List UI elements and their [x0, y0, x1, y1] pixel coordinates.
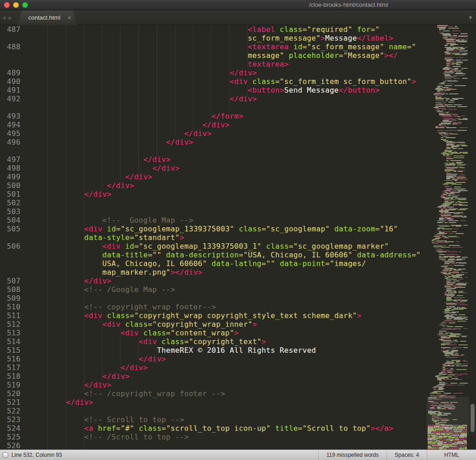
code-token: id — [125, 242, 134, 251]
code-token: </div> — [152, 164, 180, 172]
vertical-scrollbar-thumb[interactable] — [471, 404, 475, 432]
code-line[interactable]: 520<!-- /copyright_wrap footer --> — [0, 389, 476, 398]
code-line[interactable] — [0, 146, 476, 155]
indent-guides — [30, 251, 102, 259]
code-line[interactable]: 499</div> — [0, 172, 476, 181]
code-token: id — [293, 42, 303, 51]
code-token: ="sc_googlemap_1339375003" — [116, 225, 234, 233]
code-line[interactable]: 491<button>Send Message</button> — [0, 86, 476, 94]
code-line[interactable]: 526 — [0, 441, 476, 450]
code-line[interactable]: data-title="" data-description="USA, Chi… — [0, 251, 476, 259]
code-line[interactable]: 509 — [0, 294, 476, 303]
indentation-status[interactable]: Spaces: 4 — [387, 450, 427, 460]
code-line[interactable]: map_marker.png"></div> — [0, 268, 476, 277]
code-line[interactable]: 510<!-- copyright_wrap footer--> — [0, 303, 476, 311]
code-line[interactable]: sc_form_message">Message</label> — [0, 34, 476, 42]
code-token: <div — [84, 225, 107, 233]
code-token: ="USA, Chicago, IL 60606" — [239, 251, 352, 259]
code-token: href — [98, 424, 116, 433]
code-line[interactable]: 496</div> — [0, 138, 476, 146]
line-number: 513 — [0, 329, 21, 337]
code-token: <div — [230, 77, 252, 86]
code-line[interactable]: 502 — [0, 199, 476, 207]
code-token: for — [357, 25, 371, 34]
code-line[interactable]: data-style="standart"> — [0, 233, 476, 242]
back-icon[interactable]: ◀ — [2, 16, 5, 20]
code-token: > — [180, 233, 184, 242]
code-line[interactable]: 490<div class="sc_form_item sc_form_butt… — [0, 77, 476, 86]
code-line[interactable]: 517</div> — [0, 363, 476, 372]
minimap[interactable] — [427, 25, 469, 450]
code-token: Send Message — [284, 86, 339, 94]
code-token — [134, 424, 139, 433]
indent-guides — [30, 329, 120, 337]
code-line[interactable]: 501</div> — [0, 190, 476, 199]
code-token: </div> — [84, 381, 112, 389]
code-line[interactable]: 515ThemeREX © 2016 All Rights Reserved — [0, 346, 476, 355]
code-line[interactable]: 500</div> — [0, 181, 476, 190]
code-line[interactable]: 514<div class="copyright_text"> — [0, 337, 476, 346]
code-line[interactable]: 513<div class="content_wrap"> — [0, 329, 476, 337]
tab-contact-html[interactable]: contact.html × — [21, 10, 74, 25]
indent-guides — [30, 207, 84, 216]
editor[interactable]: 487<label class="required" for="sc_form_… — [0, 25, 476, 450]
code-line[interactable]: 516</div> — [0, 355, 476, 363]
indent-guides — [30, 285, 84, 294]
code-line[interactable]: 518</div> — [0, 372, 476, 381]
indent-guides — [30, 277, 84, 285]
code-line[interactable]: 503 — [0, 207, 476, 216]
code-token: </label> — [357, 34, 393, 42]
line-number: 512 — [0, 320, 21, 329]
line-number: 508 — [0, 285, 21, 294]
code-token: > — [412, 77, 416, 86]
code-line[interactable]: 488<textarea id="sc_form_message" name=" — [0, 42, 476, 51]
close-window-button[interactable] — [4, 2, 10, 8]
code-line[interactable] — [0, 103, 476, 112]
code-line[interactable]: 498</div> — [0, 164, 476, 172]
syntax-status[interactable]: HTML — [427, 450, 476, 460]
code-line[interactable]: 504<!-- Google Map --> — [0, 216, 476, 225]
code-line[interactable]: 525<!-- /Scroll to top --> — [0, 433, 476, 441]
code-line[interactable]: 505<div id="sc_googlemap_1339375003" cla… — [0, 225, 476, 233]
code-token: > — [262, 337, 266, 346]
code-token: </div> — [84, 277, 112, 285]
code-line[interactable]: 506<div id="sc_googlemap_1339375003_1" c… — [0, 242, 476, 251]
code-line[interactable]: 495</div> — [0, 129, 476, 138]
code-line[interactable]: 523<!-- Scroll to top --> — [0, 415, 476, 424]
line-number: 511 — [0, 311, 21, 320]
code-line[interactable]: 508<!-- /Google Map --> — [0, 285, 476, 294]
code-line[interactable]: 493</form> — [0, 112, 476, 120]
code-token: ="scroll_to_top icon-up" — [162, 424, 271, 433]
code-line[interactable]: 522 — [0, 407, 476, 415]
code-line[interactable]: 521</div> — [0, 398, 476, 407]
code-line[interactable]: message" placeholder="Message"></ — [0, 51, 476, 60]
code-line[interactable]: 511<div class="copyright_wrap copyright_… — [0, 311, 476, 320]
code-line[interactable]: USA, Chicago, IL 60606" data-latlng="" d… — [0, 259, 476, 268]
code-line[interactable]: 519</div> — [0, 381, 476, 389]
tab-close-icon[interactable]: × — [68, 10, 71, 25]
title-bar: /cloe-brooks-html/contact.html — [0, 0, 476, 10]
code-token: sc_form_message" — [248, 34, 320, 42]
code-token: data-latlng — [211, 259, 262, 268]
indent-guides — [30, 94, 230, 103]
line-number: 504 — [0, 216, 21, 225]
forward-icon[interactable]: ▶ — [9, 16, 12, 20]
tab-overflow-icon[interactable]: ▼ — [468, 10, 473, 25]
code-line[interactable]: 489</div> — [0, 68, 476, 77]
code-line[interactable]: 524<a href="#" class="scroll_to_top icon… — [0, 424, 476, 433]
code-area[interactable]: 487<label class="required" for="sc_form_… — [0, 25, 476, 450]
minimize-window-button[interactable] — [13, 2, 19, 8]
code-line[interactable]: 487<label class="required" for=" — [0, 25, 476, 34]
code-token — [262, 242, 266, 251]
code-line[interactable]: 492</div> — [0, 94, 476, 103]
code-token: </div> — [230, 68, 257, 77]
code-token: ="" — [148, 251, 162, 259]
code-line[interactable]: 512<div class="copyright_wrap_inner"> — [0, 320, 476, 329]
zoom-window-button[interactable] — [22, 2, 28, 8]
line-number: 500 — [0, 181, 21, 190]
code-line[interactable]: 497</div> — [0, 155, 476, 164]
code-line[interactable]: 494</div> — [0, 120, 476, 129]
code-line[interactable]: textarea> — [0, 60, 476, 68]
line-number: 518 — [0, 372, 21, 381]
code-line[interactable]: 507</div> — [0, 277, 476, 285]
